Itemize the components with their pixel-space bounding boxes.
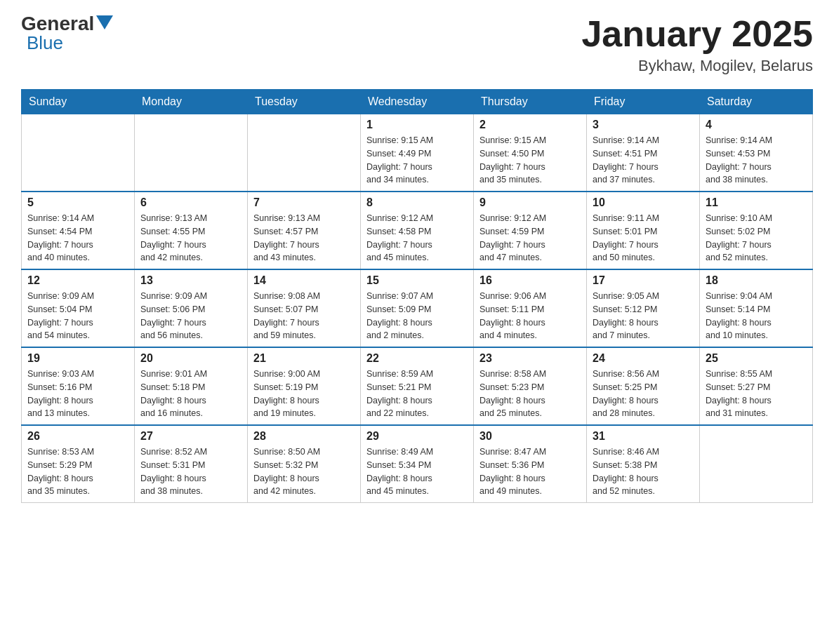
weekday-header-thursday: Thursday — [474, 90, 587, 114]
calendar-cell: 15Sunrise: 9:07 AM Sunset: 5:09 PM Dayli… — [361, 269, 474, 347]
logo: General Blue — [21, 14, 115, 54]
day-info: Sunrise: 9:04 AM Sunset: 5:14 PM Dayligh… — [706, 290, 807, 342]
day-info: Sunrise: 9:14 AM Sunset: 4:51 PM Dayligh… — [593, 134, 694, 187]
day-number: 13 — [140, 274, 241, 287]
calendar-cell: 21Sunrise: 9:00 AM Sunset: 5:19 PM Dayli… — [248, 347, 361, 425]
weekday-header-row: SundayMondayTuesdayWednesdayThursdayFrid… — [22, 90, 813, 114]
calendar-header: SundayMondayTuesdayWednesdayThursdayFrid… — [22, 90, 813, 114]
calendar-cell: 9Sunrise: 9:12 AM Sunset: 4:59 PM Daylig… — [474, 192, 587, 269]
calendar-cell: 29Sunrise: 8:49 AM Sunset: 5:34 PM Dayli… — [361, 425, 474, 503]
calendar-cell — [700, 425, 813, 503]
day-number: 10 — [593, 196, 694, 209]
month-title: January 2025 — [581, 14, 813, 54]
day-number: 8 — [366, 196, 468, 209]
calendar-cell: 26Sunrise: 8:53 AM Sunset: 5:29 PM Dayli… — [22, 425, 135, 503]
calendar-cell: 23Sunrise: 8:58 AM Sunset: 5:23 PM Dayli… — [474, 347, 587, 425]
calendar-cell: 14Sunrise: 9:08 AM Sunset: 5:07 PM Dayli… — [248, 269, 361, 347]
day-number: 25 — [706, 352, 807, 365]
day-number: 23 — [479, 352, 581, 365]
calendar-cell: 1Sunrise: 9:15 AM Sunset: 4:49 PM Daylig… — [361, 114, 474, 192]
day-info: Sunrise: 9:03 AM Sunset: 5:16 PM Dayligh… — [27, 368, 128, 420]
day-number: 26 — [27, 430, 128, 443]
calendar-cell: 13Sunrise: 9:09 AM Sunset: 5:06 PM Dayli… — [135, 269, 248, 347]
day-info: Sunrise: 9:09 AM Sunset: 5:04 PM Dayligh… — [27, 290, 128, 342]
day-number: 17 — [593, 274, 694, 287]
day-number: 28 — [253, 430, 355, 443]
day-info: Sunrise: 9:12 AM Sunset: 4:59 PM Dayligh… — [479, 212, 581, 264]
day-info: Sunrise: 9:15 AM Sunset: 4:49 PM Dayligh… — [366, 134, 468, 187]
calendar-cell: 27Sunrise: 8:52 AM Sunset: 5:31 PM Dayli… — [135, 425, 248, 503]
weekday-header-friday: Friday — [587, 90, 700, 114]
calendar-cell: 18Sunrise: 9:04 AM Sunset: 5:14 PM Dayli… — [700, 269, 813, 347]
day-info: Sunrise: 9:15 AM Sunset: 4:50 PM Dayligh… — [479, 134, 581, 187]
day-info: Sunrise: 9:08 AM Sunset: 5:07 PM Dayligh… — [253, 290, 355, 342]
weekday-header-monday: Monday — [135, 90, 248, 114]
day-info: Sunrise: 9:10 AM Sunset: 5:02 PM Dayligh… — [706, 212, 807, 264]
calendar-cell: 5Sunrise: 9:14 AM Sunset: 4:54 PM Daylig… — [22, 192, 135, 269]
page-header: General Blue January 2025 Bykhaw, Mogile… — [21, 14, 813, 75]
calendar-cell — [22, 114, 135, 192]
day-info: Sunrise: 8:50 AM Sunset: 5:32 PM Dayligh… — [253, 445, 355, 498]
logo-triangle-icon — [96, 15, 113, 29]
day-number: 24 — [593, 352, 694, 365]
day-info: Sunrise: 9:05 AM Sunset: 5:12 PM Dayligh… — [593, 290, 694, 342]
calendar-cell: 11Sunrise: 9:10 AM Sunset: 5:02 PM Dayli… — [700, 192, 813, 269]
day-info: Sunrise: 9:06 AM Sunset: 5:11 PM Dayligh… — [479, 290, 581, 342]
calendar-cell: 20Sunrise: 9:01 AM Sunset: 5:18 PM Dayli… — [135, 347, 248, 425]
day-number: 19 — [27, 352, 128, 365]
weekday-header-tuesday: Tuesday — [248, 90, 361, 114]
calendar-cell: 25Sunrise: 8:55 AM Sunset: 5:27 PM Dayli… — [700, 347, 813, 425]
calendar-cell: 24Sunrise: 8:56 AM Sunset: 5:25 PM Dayli… — [587, 347, 700, 425]
day-info: Sunrise: 8:47 AM Sunset: 5:36 PM Dayligh… — [479, 445, 581, 498]
calendar-week-row: 26Sunrise: 8:53 AM Sunset: 5:29 PM Dayli… — [22, 425, 813, 503]
day-info: Sunrise: 8:49 AM Sunset: 5:34 PM Dayligh… — [366, 445, 468, 498]
day-number: 12 — [27, 274, 128, 287]
day-number: 3 — [593, 119, 694, 131]
day-number: 30 — [479, 430, 581, 443]
calendar-cell — [248, 114, 361, 192]
calendar-week-row: 19Sunrise: 9:03 AM Sunset: 5:16 PM Dayli… — [22, 347, 813, 425]
calendar-cell: 17Sunrise: 9:05 AM Sunset: 5:12 PM Dayli… — [587, 269, 700, 347]
day-info: Sunrise: 8:52 AM Sunset: 5:31 PM Dayligh… — [140, 445, 241, 498]
day-info: Sunrise: 8:58 AM Sunset: 5:23 PM Dayligh… — [479, 368, 581, 420]
day-number: 20 — [140, 352, 241, 365]
day-info: Sunrise: 8:53 AM Sunset: 5:29 PM Dayligh… — [27, 445, 128, 498]
calendar-table: SundayMondayTuesdayWednesdayThursdayFrid… — [21, 89, 813, 503]
day-number: 22 — [366, 352, 468, 365]
calendar-cell: 4Sunrise: 9:14 AM Sunset: 4:53 PM Daylig… — [700, 114, 813, 192]
day-info: Sunrise: 8:59 AM Sunset: 5:21 PM Dayligh… — [366, 368, 468, 420]
calendar-cell: 31Sunrise: 8:46 AM Sunset: 5:38 PM Dayli… — [587, 425, 700, 503]
calendar-cell: 28Sunrise: 8:50 AM Sunset: 5:32 PM Dayli… — [248, 425, 361, 503]
day-number: 27 — [140, 430, 241, 443]
day-number: 21 — [253, 352, 355, 365]
day-info: Sunrise: 9:11 AM Sunset: 5:01 PM Dayligh… — [593, 212, 694, 264]
calendar-cell: 7Sunrise: 9:13 AM Sunset: 4:57 PM Daylig… — [248, 192, 361, 269]
weekday-header-saturday: Saturday — [700, 90, 813, 114]
calendar-body: 1Sunrise: 9:15 AM Sunset: 4:49 PM Daylig… — [22, 114, 813, 503]
day-info: Sunrise: 9:12 AM Sunset: 4:58 PM Dayligh… — [366, 212, 468, 264]
day-info: Sunrise: 8:56 AM Sunset: 5:25 PM Dayligh… — [593, 368, 694, 420]
day-info: Sunrise: 9:09 AM Sunset: 5:06 PM Dayligh… — [140, 290, 241, 342]
day-info: Sunrise: 8:46 AM Sunset: 5:38 PM Dayligh… — [593, 445, 694, 498]
calendar-cell — [135, 114, 248, 192]
day-info: Sunrise: 9:13 AM Sunset: 4:57 PM Dayligh… — [253, 212, 355, 264]
day-info: Sunrise: 9:01 AM Sunset: 5:18 PM Dayligh… — [140, 368, 241, 420]
day-number: 11 — [706, 196, 807, 209]
calendar-cell: 16Sunrise: 9:06 AM Sunset: 5:11 PM Dayli… — [474, 269, 587, 347]
day-number: 31 — [593, 430, 694, 443]
calendar-cell: 6Sunrise: 9:13 AM Sunset: 4:55 PM Daylig… — [135, 192, 248, 269]
weekday-header-sunday: Sunday — [22, 90, 135, 114]
day-info: Sunrise: 9:13 AM Sunset: 4:55 PM Dayligh… — [140, 212, 241, 264]
day-number: 16 — [479, 274, 581, 287]
day-number: 15 — [366, 274, 468, 287]
calendar-cell: 22Sunrise: 8:59 AM Sunset: 5:21 PM Dayli… — [361, 347, 474, 425]
day-number: 2 — [479, 119, 581, 131]
calendar-week-row: 12Sunrise: 9:09 AM Sunset: 5:04 PM Dayli… — [22, 269, 813, 347]
day-number: 14 — [253, 274, 355, 287]
calendar-week-row: 1Sunrise: 9:15 AM Sunset: 4:49 PM Daylig… — [22, 114, 813, 192]
calendar-cell: 3Sunrise: 9:14 AM Sunset: 4:51 PM Daylig… — [587, 114, 700, 192]
logo-blue-text: Blue — [27, 32, 63, 54]
calendar-cell: 30Sunrise: 8:47 AM Sunset: 5:36 PM Dayli… — [474, 425, 587, 503]
calendar-cell: 12Sunrise: 9:09 AM Sunset: 5:04 PM Dayli… — [22, 269, 135, 347]
day-info: Sunrise: 9:14 AM Sunset: 4:53 PM Dayligh… — [706, 134, 807, 187]
